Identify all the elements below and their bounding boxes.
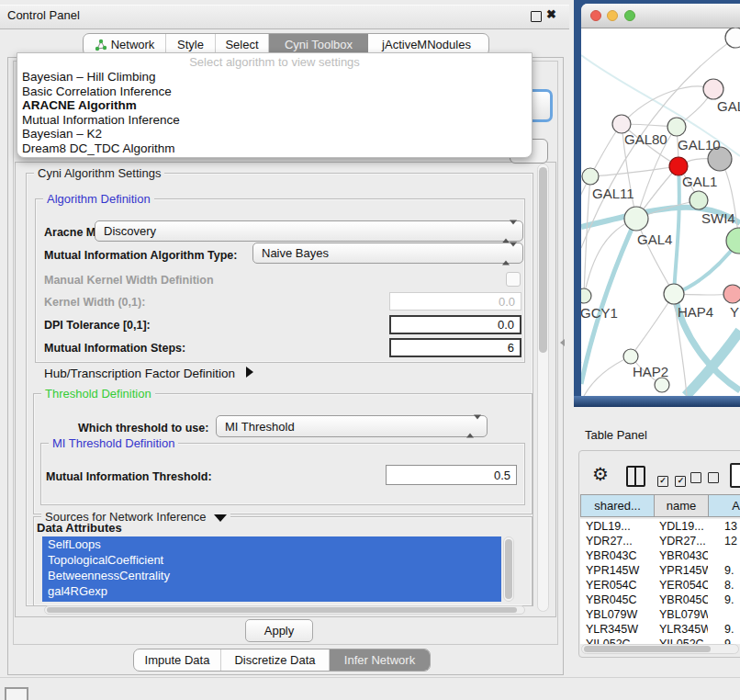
- table-row[interactable]: YBL079W YBL079W: [580, 607, 740, 622]
- list-item[interactable]: SelfLoops: [42, 536, 501, 552]
- collapse-down-icon[interactable]: [214, 514, 227, 522]
- table-row[interactable]: YPR145W YPR145W 9.: [580, 563, 740, 578]
- scrollbar-thumb[interactable]: [539, 167, 547, 353]
- table-row[interactable]: YER054C YER054C 8.: [580, 578, 740, 593]
- cell: YLR345W: [580, 623, 654, 636]
- which-threshold-label: Which threshold to use:: [78, 422, 208, 435]
- mac-close-icon[interactable]: [590, 10, 601, 21]
- document-icon[interactable]: [730, 463, 740, 488]
- table-row[interactable]: YBR045C YBR045C 9.: [580, 593, 740, 607]
- column-header-shared[interactable]: shared...: [580, 494, 654, 517]
- gear-icon[interactable]: ⚙: [592, 463, 609, 485]
- kernel-width-field[interactable]: 0.0: [389, 292, 521, 310]
- scrollbar-thumb[interactable]: [505, 539, 512, 599]
- apply-button[interactable]: Apply: [245, 619, 313, 642]
- data-attributes-label: Data Attributes: [37, 521, 122, 535]
- scrollbar-thumb[interactable]: [584, 646, 711, 652]
- column-header-name[interactable]: name: [654, 494, 708, 517]
- dropdown-item[interactable]: Bayesian – Hill Climbing: [17, 70, 532, 85]
- list-item[interactable]: TopologicalCoefficient: [42, 552, 501, 568]
- node-gal4[interactable]: [624, 207, 648, 231]
- select-all-checkboxes-icon[interactable]: ✓ ✓: [657, 470, 686, 487]
- mi-algorithm-type-label: Mutual Information Algorithm Type:: [44, 249, 237, 262]
- node-red-selected[interactable]: [669, 157, 688, 175]
- cell: YER054C: [654, 579, 708, 592]
- mi-steps-label: Mutual Information Steps:: [44, 342, 185, 355]
- table-row[interactable]: YBR043C YBR043C: [580, 548, 740, 563]
- list-vertical-scrollbar[interactable]: [503, 536, 514, 602]
- network-icon: [95, 39, 107, 51]
- node-label: HAP4: [678, 304, 713, 320]
- settings-horizontal-scrollbar[interactable]: [44, 605, 525, 615]
- tab-discretize-data[interactable]: Discretize Data: [221, 649, 330, 671]
- deselect-all-checkboxes-icon[interactable]: [690, 470, 719, 487]
- table-horizontal-scrollbar[interactable]: [581, 644, 739, 654]
- stepper-arrows-icon: [466, 420, 481, 434]
- node-hap2[interactable]: [623, 349, 638, 364]
- splitter-arrow-icon[interactable]: [560, 339, 565, 346]
- node-gal10[interactable]: [667, 118, 686, 136]
- cell: YPR145W: [580, 564, 654, 577]
- bottom-tabbar: Impute Data Discretize Data Infer Networ…: [133, 649, 431, 672]
- network-canvas[interactable]: GAL GAL80 GAL10 GAL1 GAL11 SWI4 GAL4 GCY…: [581, 28, 740, 396]
- mi-threshold-field[interactable]: 0.5: [386, 465, 517, 485]
- table-panel-title: Table Panel: [585, 428, 647, 442]
- table-row[interactable]: YIL052C YIL052C 9: [580, 637, 740, 644]
- column-layout-icon[interactable]: [626, 466, 645, 487]
- manual-kernel-checkbox[interactable]: [506, 272, 521, 287]
- scrollbar-thumb[interactable]: [47, 607, 517, 613]
- network-window-titlebar[interactable]: [581, 4, 740, 28]
- table-row[interactable]: YDL19... YDL19... 13: [580, 519, 740, 534]
- which-threshold-select[interactable]: MI Threshold: [216, 415, 488, 437]
- kernel-width-label: Kernel Width (0,1):: [44, 296, 145, 309]
- aracne-mode-select[interactable]: Discovery: [95, 220, 523, 242]
- cell: YDL19...: [580, 520, 654, 533]
- close-icon[interactable]: ✖: [546, 7, 556, 21]
- list-item[interactable]: gal4RGexp: [42, 583, 501, 599]
- tab-impute-data[interactable]: Impute Data: [134, 649, 221, 671]
- cell: YBR045C: [580, 593, 654, 606]
- dropdown-item-selected[interactable]: ARACNE Algorithm: [17, 98, 532, 113]
- cell: 9.: [708, 593, 740, 606]
- node-swi4[interactable]: [726, 228, 740, 254]
- node-gal[interactable]: [703, 79, 723, 99]
- list-item[interactable]: BetweennessCentrality: [42, 568, 501, 583]
- node-gal1[interactable]: [690, 191, 708, 209]
- node-gal11[interactable]: [582, 168, 599, 185]
- table-row[interactable]: YDR27... YDR27... 12: [580, 534, 740, 548]
- algorithm-definition-title: Algorithm Definition: [43, 192, 154, 206]
- node-label: SWI4: [701, 210, 735, 226]
- tab-infer-network[interactable]: Infer Network: [330, 649, 430, 671]
- hub-section-toggle[interactable]: Hub/Transcription Factor Definition: [44, 367, 253, 380]
- node-unlabeled[interactable]: [725, 28, 740, 48]
- panel-toggle-icon[interactable]: [5, 687, 28, 700]
- dropdown-item[interactable]: Dream8 DC_TDC Algorithm: [17, 141, 532, 156]
- screen: Control Panel ✖ Network Style Select Cyn…: [0, 0, 740, 700]
- node-unlabeled[interactable]: [655, 378, 669, 392]
- node-label: GAL10: [678, 137, 721, 152]
- node-pink[interactable]: [723, 285, 740, 303]
- cell: 8.: [708, 579, 740, 592]
- node-gal80[interactable]: [612, 115, 631, 133]
- node-gcy1[interactable]: [581, 288, 591, 303]
- mi-algorithm-type-select[interactable]: Naive Bayes: [252, 243, 523, 264]
- cell: YER054C: [580, 579, 654, 592]
- cell: 9.: [708, 623, 740, 636]
- node-label: GAL: [717, 98, 740, 114]
- data-attributes-list: SelfLoops TopologicalCoefficient Between…: [42, 536, 501, 602]
- mac-zoom-icon[interactable]: [624, 10, 635, 21]
- tab-impute-data-label: Impute Data: [145, 653, 210, 667]
- tab-cyni-toolbox-label: Cyni Toolbox: [285, 38, 353, 51]
- stepper-arrows-icon: [502, 246, 517, 260]
- mi-steps-field[interactable]: 6: [389, 338, 521, 357]
- mac-minimize-icon[interactable]: [607, 10, 618, 21]
- column-header-partial[interactable]: A: [708, 494, 740, 517]
- dropdown-item[interactable]: Mutual Information Inference: [17, 113, 532, 128]
- dropdown-item[interactable]: Bayesian – K2: [17, 127, 532, 141]
- dropdown-item[interactable]: Basic Correlation Inference: [17, 85, 532, 99]
- table-row[interactable]: YLR345W YLR345W 9.: [580, 622, 740, 637]
- node-hap4[interactable]: [664, 284, 684, 304]
- settings-vertical-scrollbar[interactable]: [537, 164, 549, 612]
- dpi-tolerance-field[interactable]: 0.0: [389, 315, 521, 334]
- float-window-icon[interactable]: [531, 11, 542, 22]
